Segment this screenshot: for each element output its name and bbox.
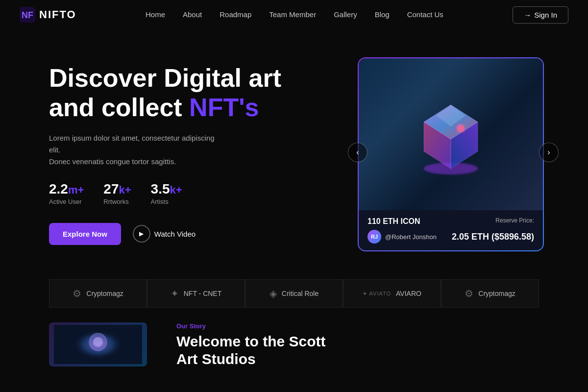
logo[interactable]: NF NIFTO [20, 7, 76, 23]
hero-section: Discover Digital art and collect NFT's L… [0, 29, 588, 270]
author-avatar: RJ [368, 230, 381, 244]
logo-icon: NF [20, 7, 35, 23]
signin-arrow-icon: → [524, 11, 531, 19]
nft-price: 2.05 ETH ($5896.58) [452, 232, 534, 242]
watch-video-button[interactable]: ▶ Watch Video [133, 225, 196, 243]
partner-icon-2: ✦ [171, 288, 179, 299]
carousel-next-button[interactable]: › [539, 143, 559, 162]
nft-image [359, 58, 543, 210]
hero-title-part2: and collect [49, 93, 189, 122]
nav-team[interactable]: Team Member [269, 10, 316, 19]
hero-left: Discover Digital art and collect NFT's L… [49, 64, 358, 245]
partner-icon-1: ⚙ [73, 288, 81, 299]
explore-now-button[interactable]: Explore Now [49, 223, 121, 245]
logo-text: NIFTO [39, 8, 76, 21]
signin-button[interactable]: → Sign In [513, 6, 568, 24]
nft-title-row: 110 ETH ICON Reserve Price: [368, 217, 534, 226]
hero-title-part1: Discover Digital art [49, 64, 281, 92]
nav-roadmap[interactable]: Roadmap [220, 10, 251, 19]
author-name: @Robert Jonshon [385, 233, 437, 241]
svg-point-14 [93, 337, 103, 347]
partner-critical-role[interactable]: ◈ Critical Role [245, 279, 343, 308]
nft-card-wrapper: ‹ [358, 57, 549, 251]
about-preview: Our Story Welcome to the Scott Art Studi… [0, 313, 588, 367]
stat-artists: 3.5k+ Artists [151, 181, 182, 205]
signin-label: Sign In [534, 11, 557, 19]
nft-title: 110 ETH ICON [368, 217, 420, 226]
stat-artworks: 27k+ Rrtworks [103, 181, 131, 205]
partner-cryptomagz-1[interactable]: ⚙ Cryptomagz [49, 279, 147, 308]
nav-links: Home About Roadmap Team Member Gallery B… [146, 10, 443, 19]
partner-aviaro[interactable]: ✦ AVIATO AVIARO [343, 279, 441, 308]
crystal-cube-image [402, 85, 500, 183]
about-heading: Welcome to the Scott Art Studios [176, 333, 539, 368]
about-image-placeholder [49, 322, 147, 367]
stat-active-users: 2.2m+ Active User [49, 181, 84, 205]
svg-text:NF: NF [22, 10, 33, 20]
partners-section: ⚙ Cryptomagz ✦ NFT - CNET ◈ Critical Rol… [0, 274, 588, 313]
hero-buttons: Explore Now ▶ Watch Video [49, 223, 338, 245]
nav-gallery[interactable]: Gallery [334, 10, 357, 19]
carousel-prev-button[interactable]: ‹ [348, 143, 368, 162]
nav-about[interactable]: About [183, 10, 202, 19]
hero-title: Discover Digital art and collect NFT's [49, 64, 338, 122]
our-story-label: Our Story [176, 322, 539, 330]
about-text: Our Story Welcome to the Scott Art Studi… [176, 322, 539, 368]
nav-contact[interactable]: Contact Us [407, 10, 443, 19]
hero-subtitle: Lorem ipsum dolor sit amet, consectetur … [49, 132, 225, 168]
partner-nft-cnet[interactable]: ✦ NFT - CNET [147, 279, 245, 308]
nft-reserve-label: Reserve Price: [495, 217, 534, 224]
nft-info: 110 ETH ICON Reserve Price: RJ @Robert J… [359, 210, 543, 250]
about-images [49, 322, 147, 367]
nft-card: 110 ETH ICON Reserve Price: RJ @Robert J… [358, 57, 544, 251]
partner-cryptomagz-2[interactable]: ⚙ Cryptomagz [441, 279, 539, 308]
play-icon: ▶ [133, 225, 150, 243]
stats-row: 2.2m+ Active User 27k+ Rrtworks 3.5k+ Ar… [49, 181, 338, 205]
partner-icon-3: ◈ [270, 288, 277, 299]
partner-icon-4: ✦ AVIATO [363, 291, 391, 297]
nav-blog[interactable]: Blog [375, 10, 390, 19]
nft-author: RJ @Robert Jonshon [368, 230, 437, 244]
hero-title-highlight: NFT's [189, 93, 259, 122]
nav-home[interactable]: Home [146, 10, 165, 19]
svg-point-10 [457, 124, 465, 132]
nft-author-row: RJ @Robert Jonshon 2.05 ETH ($5896.58) [368, 230, 534, 244]
partner-icon-5: ⚙ [465, 288, 473, 299]
navbar: NF NIFTO Home About Roadmap Team Member … [0, 0, 588, 29]
